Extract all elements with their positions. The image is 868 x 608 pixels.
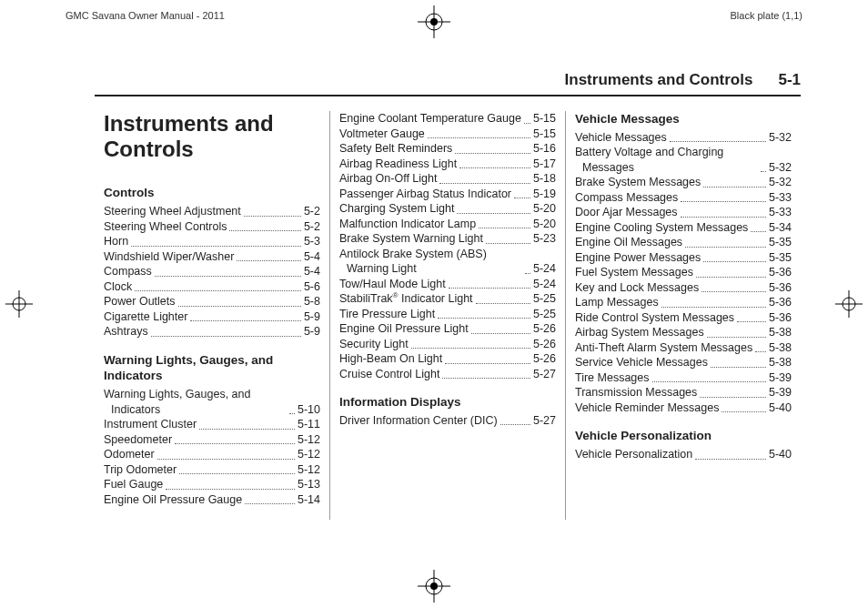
toc-entry: Speedometer5-12 <box>104 432 320 448</box>
toc-entry-page: 5-32 <box>769 160 792 176</box>
toc-leader-dots <box>445 363 530 364</box>
toc-leader-dots <box>459 167 530 168</box>
toc-leader-dots <box>244 216 301 217</box>
section-warning-part1: Warning Lights, Gauges, and Indicators W… <box>104 352 320 508</box>
toc-entry-label: Safety Belt Reminders <box>339 141 452 157</box>
toc-entry: Airbag System Messages5-38 <box>575 325 792 340</box>
toc-entry-page: 5-35 <box>769 235 792 250</box>
toc-entry-label: Speedometer <box>104 432 172 448</box>
section-heading: Vehicle Personalization <box>575 428 792 444</box>
toc-entry-label: Ashtrays <box>104 324 148 339</box>
toc-entry: Compass5-4 <box>104 264 320 279</box>
toc-entry-page: 5-34 <box>769 220 792 236</box>
toc-entry-label: Malfunction Indicator Lamp <box>339 217 476 232</box>
toc-entry-label: Vehicle Personalization <box>575 447 692 462</box>
toc-entry-label: Engine Oil Pressure Gauge <box>104 492 242 508</box>
toc-entry-page: 5-16 <box>533 141 556 157</box>
toc-entry: Voltmeter Gauge5-15 <box>339 127 556 142</box>
toc-leader-dots <box>700 397 766 398</box>
running-head: Instruments and Controls 5-1 <box>95 71 801 96</box>
toc-entry: Battery Voltage and Charging Messages5-3… <box>575 145 792 175</box>
toc-leader-dots <box>696 277 766 278</box>
toc-entry: Malfunction Indicator Lamp5-20 <box>339 217 556 232</box>
toc-entry-label: Compass <box>104 264 152 279</box>
toc-leader-dots <box>701 291 766 292</box>
toc-column-2: Engine Coolant Temperature Gauge5-15Volt… <box>329 111 565 520</box>
toc-entry-label: Engine Oil Pressure Light <box>339 321 469 337</box>
toc-leader-dots <box>737 321 766 322</box>
toc-entry-page: 5-15 <box>533 111 556 127</box>
toc-entry-page: 5-11 <box>298 417 320 432</box>
toc-entry-label: Charging System Light <box>339 201 454 217</box>
toc-entry-label: Engine Oil Messages <box>575 235 682 250</box>
toc-leader-dots <box>525 273 530 274</box>
toc-entry-page: 5-25 <box>533 307 556 322</box>
toc-entry-label: Trip Odometer <box>104 462 177 478</box>
svg-point-7 <box>430 583 438 590</box>
toc-entry-label: Power Outlets <box>104 294 176 309</box>
toc-entry: Steering Wheel Controls5-2 <box>104 219 320 235</box>
toc-entry-label: Clock <box>104 279 132 295</box>
toc-entry: Tire Pressure Light5-25 <box>339 307 556 322</box>
toc-entry-page: 5-26 <box>533 321 556 337</box>
toc-entry-label: Instrument Cluster <box>104 417 197 432</box>
section-controls: Controls Steering Wheel Adjustment5-2Ste… <box>104 185 320 339</box>
toc-entry-label: StabiliTrak® Indicator Light <box>339 291 473 307</box>
toc-leader-dots <box>237 260 301 261</box>
toc-leader-dots <box>411 348 530 349</box>
toc-leader-dots <box>442 378 530 379</box>
toc-entry: Trip Odometer5-12 <box>104 462 320 478</box>
toc-entry-label: Warning Lights, Gauges, and Indicators <box>104 387 287 417</box>
toc-entry-page: 5-26 <box>533 351 556 367</box>
toc-entry-page: 5-39 <box>769 370 792 386</box>
toc-entry-label: Engine Power Messages <box>575 250 701 266</box>
toc-entry-page: 5-12 <box>298 432 320 448</box>
toc-entry: Lamp Messages5-36 <box>575 295 792 310</box>
toc-leader-dots <box>500 424 530 425</box>
toc-entry-page: 5-9 <box>304 324 320 339</box>
toc-leader-dots <box>439 183 530 184</box>
page-number: 5-1 <box>778 71 801 89</box>
toc-entry-page: 5-38 <box>769 355 792 370</box>
toc-entry-page: 5-14 <box>298 492 320 508</box>
manual-title: GMC Savana Owner Manual - 2011 <box>66 10 225 21</box>
toc-entry: Cigarette Lighter5-9 <box>104 309 320 325</box>
toc-entry: Fuel System Messages5-36 <box>575 265 792 280</box>
svg-point-13 <box>843 298 855 310</box>
toc-leader-dots <box>155 276 301 277</box>
toc-leader-dots <box>479 228 530 228</box>
toc-entry-label: Security Light <box>339 337 409 352</box>
toc-entry-label: Ride Control System Messages <box>575 310 734 326</box>
toc-leader-dots <box>455 153 530 154</box>
toc-entry: Passenger Airbag Status Indicator5-19 <box>339 187 556 202</box>
toc-entry-label: Steering Wheel Adjustment <box>104 204 241 219</box>
toc-leader-dots <box>695 459 766 460</box>
toc-entry: Key and Lock Messages5-36 <box>575 280 792 296</box>
toc-entry-page: 5-36 <box>769 310 792 326</box>
svg-point-6 <box>426 578 442 594</box>
toc-entry-label: Lamp Messages <box>575 295 659 310</box>
toc-entry-page: 5-32 <box>769 130 792 146</box>
plate-info: Black plate (1,1) <box>731 10 802 21</box>
toc-leader-dots <box>229 230 300 231</box>
toc-entry: Anti-Theft Alarm System Messages5-38 <box>575 340 792 356</box>
toc-entry-page: 5-3 <box>304 234 320 249</box>
toc-entry-label: Door Ajar Messages <box>575 205 678 220</box>
toc-leader-dots <box>438 318 530 319</box>
toc-leader-dots <box>449 288 530 289</box>
toc-entry-page: 5-39 <box>769 385 792 400</box>
toc-entry: Tow/Haul Mode Light5-24 <box>339 277 556 292</box>
toc-leader-dots <box>289 413 295 414</box>
toc-entry-label: Engine Cooling System Messages <box>575 220 748 236</box>
toc-entry-page: 5-8 <box>304 294 320 309</box>
section-warning-part2: Engine Coolant Temperature Gauge5-15Volt… <box>339 111 556 381</box>
registration-mark-left <box>5 290 33 318</box>
toc-entry: Engine Oil Pressure Light5-26 <box>339 321 556 337</box>
toc-entry-page: 5-33 <box>769 190 792 206</box>
toc-entry: Warning Lights, Gauges, and Indicators5-… <box>104 387 320 417</box>
toc-entry-page: 5-27 <box>533 413 556 429</box>
toc-entry-page: 5-6 <box>304 279 320 295</box>
toc-leader-dots <box>681 201 766 202</box>
toc-entry: Airbag On-Off Light5-18 <box>339 171 556 187</box>
toc-leader-dots <box>199 429 295 430</box>
